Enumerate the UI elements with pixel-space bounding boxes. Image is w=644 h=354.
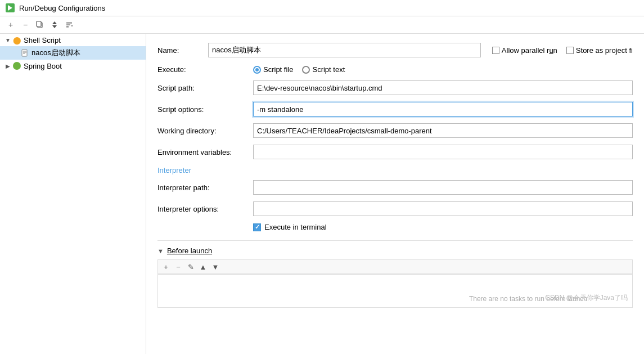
toolbar: + − [0, 16, 644, 34]
svg-rect-5 [66, 23, 72, 24]
execute-radio-group: Script file Script text [253, 65, 345, 74]
sort-config-button[interactable] [63, 19, 75, 31]
tree-expand-spring: ▶ [3, 61, 12, 70]
svg-marker-3 [52, 21, 57, 24]
env-variables-row: Environment variables: [157, 145, 633, 159]
working-directory-label: Working directory: [157, 127, 253, 135]
env-variables-label: Environment variables: [157, 148, 253, 156]
shell-script-group-label: Shell Script [24, 36, 61, 44]
interpreter-path-input[interactable] [253, 180, 633, 195]
interpreter-options-row: Interpreter options: [157, 201, 633, 216]
interpreter-section-header: Interpreter [157, 166, 191, 174]
script-file-label: Script file [263, 65, 293, 74]
shell-script-group-icon: ⬤ [12, 35, 21, 44]
title-bar: Run/Debug Configurations [0, 0, 644, 16]
tree-item-nacos[interactable]: nacos启动脚本 [0, 46, 146, 60]
before-launch-add-button[interactable]: + [160, 261, 172, 272]
allow-parallel-run-label: Allow parallel run [502, 46, 557, 55]
svg-rect-9 [22, 50, 27, 56]
before-launch-move-up-button[interactable]: ▲ [197, 261, 209, 272]
execute-row: Execute: Script file Script text [157, 65, 633, 74]
script-file-radio[interactable] [253, 66, 261, 74]
name-label: Name: [157, 46, 208, 55]
tree-expand-shell: ▼ [3, 35, 12, 44]
name-input[interactable] [208, 43, 481, 57]
script-text-option[interactable]: Script text [302, 65, 345, 74]
execute-label: Execute: [157, 65, 253, 74]
script-options-row: Script options: [157, 102, 633, 116]
move-config-button[interactable] [48, 19, 61, 31]
left-panel: ▼ ⬤ Shell Script nacos启动脚本 ▶ [0, 34, 146, 354]
allow-parallel-run-option[interactable]: Allow parallel run [492, 46, 557, 55]
svg-marker-0 [8, 5, 12, 11]
watermark-text: CSDN @今天你学Java了吗 [545, 293, 628, 303]
before-launch-title: Before launch [167, 247, 212, 255]
working-directory-row: Working directory: [157, 123, 633, 138]
execute-in-terminal-label: Execute in terminal [264, 223, 327, 231]
before-launch-edit-button[interactable]: ✎ [185, 261, 196, 272]
store-as-project-file-checkbox[interactable] [566, 47, 574, 54]
interpreter-options-input[interactable] [253, 201, 633, 216]
script-options-input[interactable] [253, 102, 633, 116]
store-as-project-file-label: Store as project fi [576, 46, 633, 55]
allow-parallel-run-checkbox[interactable] [492, 47, 499, 54]
main-content: ▼ ⬤ Shell Script nacos启动脚本 ▶ [0, 34, 644, 354]
svg-rect-6 [66, 25, 70, 26]
add-config-button[interactable]: + [4, 19, 17, 31]
svg-marker-8 [71, 25, 73, 27]
before-launch-section: ▼ Before launch + − ✎ ▲ ▼ There are no t… [157, 240, 633, 308]
copy-config-button[interactable] [34, 19, 46, 31]
before-launch-expand-icon: ▼ [157, 248, 164, 254]
spring-boot-icon [12, 61, 21, 70]
env-variables-input[interactable] [253, 145, 633, 159]
remove-config-button[interactable]: − [19, 19, 31, 31]
working-directory-input[interactable] [253, 123, 633, 138]
interpreter-path-row: Interpreter path: [157, 180, 633, 195]
nacos-item-label: nacos启动脚本 [31, 48, 80, 58]
interpreter-options-label: Interpreter options: [157, 205, 253, 213]
svg-marker-4 [52, 25, 57, 28]
execute-in-terminal-row: ✓ Execute in terminal [157, 223, 633, 231]
script-file-option[interactable]: Script file [253, 65, 293, 74]
before-launch-header: ▼ Before launch [157, 247, 633, 255]
script-text-radio[interactable] [302, 66, 310, 74]
spring-boot-label: Spring Boot [24, 62, 62, 70]
before-launch-toolbar: + − ✎ ▲ ▼ [157, 259, 633, 274]
title-bar-icon [6, 3, 15, 12]
script-text-label: Script text [312, 65, 345, 74]
store-as-project-file-option[interactable]: Store as project fi [566, 46, 633, 55]
execute-in-terminal-checkbox[interactable]: ✓ [253, 223, 261, 231]
script-path-label: Script path: [157, 84, 253, 92]
svg-rect-2 [37, 21, 41, 26]
script-path-row: Script path: [157, 80, 633, 95]
title-bar-title: Run/Debug Configurations [19, 4, 105, 12]
right-panel: Name: Allow parallel run Store as projec… [146, 34, 644, 354]
tree-item-spring-boot[interactable]: ▶ Spring Boot [0, 60, 146, 72]
script-path-input[interactable] [253, 80, 633, 95]
script-options-label: Script options: [157, 105, 253, 114]
before-launch-remove-button[interactable]: − [173, 261, 184, 272]
tree-group-shell-script[interactable]: ▼ ⬤ Shell Script [0, 34, 146, 46]
svg-rect-7 [66, 26, 69, 28]
tree-expand-nacos [11, 48, 20, 57]
before-launch-move-down-button[interactable]: ▼ [210, 261, 221, 272]
nacos-item-icon [20, 48, 29, 57]
before-launch-content: There are no tasks to run before launch … [157, 274, 633, 308]
interpreter-path-label: Interpreter path: [157, 183, 253, 192]
